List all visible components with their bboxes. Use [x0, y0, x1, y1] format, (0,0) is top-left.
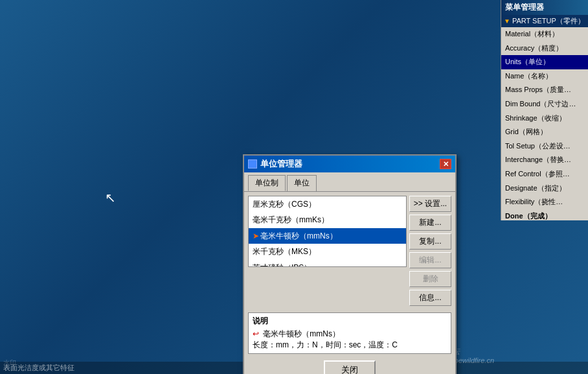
- new-button[interactable]: 新建...: [409, 215, 451, 231]
- action-buttons: >> 设置... 新建... 复制... 编辑... 删除 信息...: [409, 196, 451, 306]
- menu-manager-panel: 菜单管理器 ▼ PART SETUP（零件） Material（材料） Accu…: [501, 0, 588, 220]
- desc-system-name: 毫米牛顿秒（mmNs）: [263, 329, 340, 338]
- dialog-app-icon: [248, 159, 257, 169]
- close-dialog-button[interactable]: 关闭: [324, 360, 376, 374]
- menu-item-massprops[interactable]: Mass Props（质量…: [501, 83, 588, 97]
- description-area: 说明 ↩ 毫米牛顿秒（mmNs） 长度：mm，力：N，时间：sec，温度：C: [248, 312, 451, 354]
- menu-item-dimbound[interactable]: Dim Bound（尺寸边…: [501, 97, 588, 111]
- section-header-label: PART SETUP（零件）: [512, 16, 585, 26]
- menu-item-shrinkage[interactable]: Shrinkage（收缩）: [501, 111, 588, 126]
- desc-title-label: 说明: [253, 316, 447, 327]
- tab-bar: 单位制 单位: [244, 172, 455, 191]
- dialog-footer: 关闭: [244, 356, 455, 374]
- unit-system-list[interactable]: 厘米克秒（CGS） 毫米千克秒（mmKs） ➤毫米牛顿秒（mmNs） 米千克秒（…: [248, 196, 407, 267]
- delete-button[interactable]: 删除: [409, 271, 451, 287]
- dialog-close-button[interactable]: ✕: [440, 159, 451, 169]
- copy-button[interactable]: 复制...: [409, 233, 451, 250]
- menu-item-accuracy[interactable]: Accuracy（精度）: [501, 41, 588, 56]
- tab-unit-system[interactable]: 单位制: [248, 175, 286, 191]
- mouse-cursor: ↖: [105, 191, 116, 204]
- menu-item-units[interactable]: Units（单位）: [501, 55, 588, 69]
- desktop: ↖ 水印 表面光洁度或其它特征 野火论坛www.proewildfire.cn …: [0, 0, 588, 374]
- dialog-titlebar-left: 单位管理器: [248, 158, 302, 170]
- list-item-ips[interactable]: 英寸磅秒（IPS）: [249, 260, 406, 267]
- list-item-mmks[interactable]: 毫米千克秒（mmKs）: [249, 212, 406, 228]
- menu-item-grid[interactable]: Grid（网格）: [501, 125, 588, 139]
- dialog-title: 单位管理器: [260, 158, 302, 170]
- edit-button[interactable]: 编辑...: [409, 252, 451, 268]
- menu-item-refcontrol[interactable]: Ref Control（参照…: [501, 167, 588, 181]
- desc-line2: 长度：mm，力：N，时间：sec，温度：C: [253, 340, 447, 351]
- desc-line1: ↩ 毫米牛顿秒（mmNs）: [253, 329, 447, 340]
- menu-manager-title: 菜单管理器: [501, 0, 588, 15]
- list-item-mks[interactable]: 米千克秒（MKS）: [249, 244, 406, 259]
- dialog-titlebar: 单位管理器 ✕: [244, 156, 455, 172]
- menu-item-material[interactable]: Material（材料）: [501, 27, 588, 41]
- set-button[interactable]: >> 设置...: [409, 196, 451, 212]
- list-item-mmns[interactable]: ➤毫米牛顿秒（mmNs）: [249, 228, 406, 244]
- menu-item-tolsetup[interactable]: Tol Setup（公差设…: [501, 139, 588, 154]
- list-item-cgs[interactable]: 厘米克秒（CGS）: [249, 196, 406, 212]
- menu-item-interchange[interactable]: Interchange（替换…: [501, 153, 588, 167]
- section-arrow-icon: ▼: [504, 18, 510, 25]
- desc-icon: ↩: [253, 329, 259, 338]
- tab-unit[interactable]: 单位: [287, 175, 317, 191]
- unit-manager-dialog: 单位管理器 ✕ 单位制 单位 厘米克秒（CGS） 毫米千克秒（mmKs） ➤毫米…: [243, 154, 457, 374]
- info-button[interactable]: 信息...: [409, 290, 451, 306]
- part-setup-header: ▼ PART SETUP（零件）: [501, 15, 588, 27]
- menu-item-flexibility[interactable]: Flexibility（挠性…: [501, 195, 588, 209]
- selected-marker-icon: ➤: [253, 231, 259, 240]
- menu-item-name[interactable]: Name（名称）: [501, 69, 588, 84]
- dialog-content: 厘米克秒（CGS） 毫米千克秒（mmKs） ➤毫米牛顿秒（mmNs） 米千克秒（…: [244, 191, 455, 310]
- menu-item-done[interactable]: Done（完成）: [501, 209, 588, 224]
- menu-item-designate[interactable]: Designate（指定）: [501, 181, 588, 196]
